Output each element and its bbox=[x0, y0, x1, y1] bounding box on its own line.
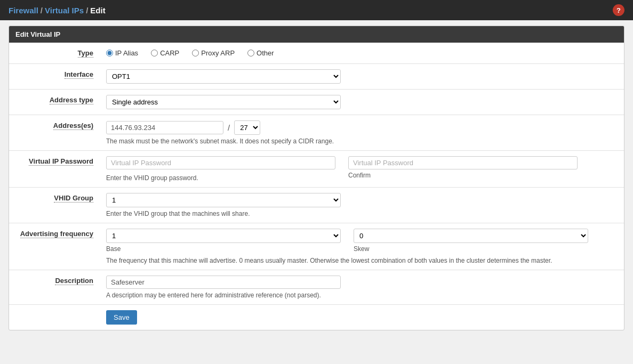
description-label: Description bbox=[55, 277, 93, 285]
vhid-group-row: VHID Group 1 2 3 4 5 Enter the VHID grou… bbox=[9, 188, 624, 223]
vip-password-confirm-input[interactable] bbox=[348, 156, 578, 169]
address-input-row: / 27 24 25 26 28 29 30 32 bbox=[106, 120, 618, 135]
address-help-text: The mask must be the network's subnet ma… bbox=[106, 137, 618, 145]
vip-password-help: Enter the VHID group password. bbox=[106, 174, 335, 182]
type-content-cell: IP Alias CARP Proxy ARP Other bbox=[100, 43, 624, 64]
breadcrumb: Firewall / Virtual IPs / Edit bbox=[9, 6, 106, 15]
password-inputs-row: Enter the VHID group password. Confirm bbox=[106, 156, 618, 182]
address-type-content-cell: Single address Network Range bbox=[100, 90, 624, 115]
addresses-content-cell: / 27 24 25 26 28 29 30 32 The mask must … bbox=[100, 115, 624, 151]
addresses-row: Address(es) / 27 24 25 26 28 29 30 bbox=[9, 115, 624, 151]
radio-other-input[interactable] bbox=[247, 50, 254, 56]
adv-base-col: 1 2 3 4 5 Base bbox=[106, 229, 341, 253]
address-type-row: Address type Single address Network Rang… bbox=[9, 90, 624, 115]
breadcrumb-sep1: / bbox=[41, 6, 43, 15]
save-row: Save bbox=[9, 305, 624, 330]
adv-skew-label: Skew bbox=[354, 245, 588, 253]
type-label: Type bbox=[78, 49, 93, 58]
radio-proxy-arp[interactable]: Proxy ARP bbox=[192, 49, 235, 57]
adv-frequency-content-cell: 1 2 3 4 5 Base 0 1 bbox=[100, 223, 624, 270]
description-help: A description may be entered here for ad… bbox=[106, 292, 618, 299]
address-type-label-cell: Address type bbox=[9, 90, 100, 115]
radio-other[interactable]: Other bbox=[247, 49, 274, 57]
adv-selects-row: 1 2 3 4 5 Base 0 1 bbox=[106, 229, 618, 253]
radio-ip-alias-label: IP Alias bbox=[115, 49, 138, 57]
top-bar: Firewall / Virtual IPs / Edit ? bbox=[0, 0, 633, 20]
type-radio-group: IP Alias CARP Proxy ARP Other bbox=[106, 48, 618, 57]
type-label-cell: Type bbox=[9, 43, 100, 64]
description-content-cell: A description may be entered here for ad… bbox=[100, 270, 624, 305]
breadcrumb-virtual-ips[interactable]: Virtual IPs bbox=[45, 6, 84, 15]
vhid-group-label: VHID Group bbox=[54, 194, 93, 203]
cidr-select[interactable]: 27 24 25 26 28 29 30 32 bbox=[234, 120, 260, 135]
address-input[interactable] bbox=[106, 121, 223, 134]
description-label-cell: Description bbox=[9, 270, 100, 305]
panel-header: Edit Virtual IP bbox=[9, 26, 624, 43]
radio-other-label: Other bbox=[257, 49, 274, 57]
edit-panel: Edit Virtual IP Type IP Alias CARP bbox=[9, 26, 624, 330]
vip-password-content-cell: Enter the VHID group password. Confirm bbox=[100, 151, 624, 188]
breadcrumb-root[interactable]: Firewall bbox=[9, 6, 38, 15]
main-container: Edit Virtual IP Type IP Alias CARP bbox=[0, 20, 633, 336]
form-table: Type IP Alias CARP bbox=[9, 43, 624, 330]
confirm-label: Confirm bbox=[348, 172, 578, 179]
radio-ip-alias-input[interactable] bbox=[106, 50, 113, 56]
addresses-label-cell: Address(es) bbox=[9, 115, 100, 151]
adv-skew-col: 0 1 2 3 4 5 Skew bbox=[354, 229, 588, 253]
interface-select[interactable]: OPT1 WAN LAN bbox=[106, 69, 341, 84]
password-col-enter: Enter the VHID group password. bbox=[106, 156, 335, 182]
cidr-separator: / bbox=[228, 123, 230, 132]
description-input[interactable] bbox=[106, 276, 341, 289]
adv-base-select[interactable]: 1 2 3 4 5 bbox=[106, 229, 341, 243]
radio-ip-alias[interactable]: IP Alias bbox=[106, 49, 138, 57]
adv-frequency-row: Advertising frequency 1 2 3 4 5 Ba bbox=[9, 223, 624, 270]
radio-proxy-arp-label: Proxy ARP bbox=[201, 49, 235, 57]
radio-carp-input[interactable] bbox=[151, 50, 158, 56]
vhid-group-select[interactable]: 1 2 3 4 5 bbox=[106, 193, 341, 207]
addresses-label: Address(es) bbox=[53, 122, 93, 130]
address-type-select[interactable]: Single address Network Range bbox=[106, 95, 341, 109]
vip-password-row: Virtual IP Password Enter the VHID group… bbox=[9, 151, 624, 188]
interface-content-cell: OPT1 WAN LAN bbox=[100, 64, 624, 90]
address-type-label: Address type bbox=[50, 96, 93, 104]
vip-password-label-cell: Virtual IP Password bbox=[9, 151, 100, 188]
description-row: Description A description may be entered… bbox=[9, 270, 624, 305]
type-row: Type IP Alias CARP bbox=[9, 43, 624, 64]
interface-label: Interface bbox=[65, 70, 93, 79]
breadcrumb-sep2: / bbox=[86, 6, 88, 15]
adv-frequency-label: Advertising frequency bbox=[20, 230, 93, 238]
radio-carp-label: CARP bbox=[160, 49, 179, 57]
adv-frequency-help: The frequency that this machine will adv… bbox=[106, 257, 597, 264]
password-col-confirm: Confirm bbox=[348, 156, 578, 179]
vip-password-input[interactable] bbox=[106, 156, 335, 169]
vhid-group-content-cell: 1 2 3 4 5 Enter the VHID group that the … bbox=[100, 188, 624, 223]
vhid-group-help: Enter the VHID group that the machines w… bbox=[106, 210, 618, 217]
vip-password-label: Virtual IP Password bbox=[29, 157, 93, 166]
save-content-cell: Save bbox=[100, 305, 624, 330]
radio-carp[interactable]: CARP bbox=[151, 49, 179, 57]
vhid-group-label-cell: VHID Group bbox=[9, 188, 100, 223]
interface-row: Interface OPT1 WAN LAN bbox=[9, 64, 624, 90]
adv-frequency-label-cell: Advertising frequency bbox=[9, 223, 100, 270]
adv-base-label: Base bbox=[106, 245, 341, 253]
breadcrumb-current: Edit bbox=[90, 6, 105, 15]
help-icon[interactable]: ? bbox=[613, 4, 624, 16]
interface-label-cell: Interface bbox=[9, 64, 100, 90]
save-button[interactable]: Save bbox=[106, 310, 137, 325]
radio-proxy-arp-input[interactable] bbox=[192, 50, 199, 56]
adv-skew-select[interactable]: 0 1 2 3 4 5 bbox=[354, 229, 588, 243]
save-label-cell bbox=[9, 305, 100, 330]
